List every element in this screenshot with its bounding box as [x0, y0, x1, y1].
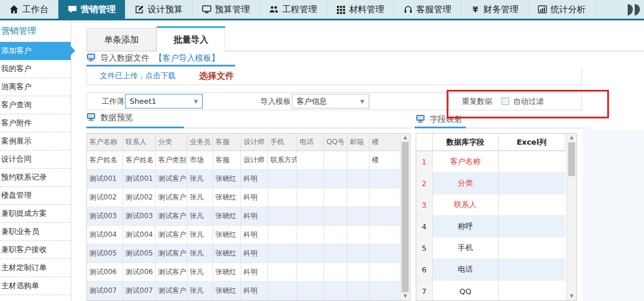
chat-icon [68, 5, 77, 14]
sidebar-item-7[interactable]: 设计合同 [0, 150, 71, 169]
sidebar-item-12[interactable]: 兼职客户接收 [0, 241, 71, 259]
sidebar-item-14[interactable]: 主材选购单 [0, 277, 71, 295]
sidebar-item-2[interactable]: 我的客户 [0, 60, 71, 78]
sidebar-item-11[interactable]: 兼职业务员 [0, 223, 71, 241]
mapping-excel-cell[interactable] [499, 173, 565, 194]
preview-header-cell: 手机 [268, 134, 297, 151]
sidebar-item-13[interactable]: 主材定制订单 [0, 259, 71, 277]
preview-cell [347, 170, 370, 188]
nav-item-9[interactable]: 统计分析 [528, 0, 596, 19]
nav-item-3[interactable]: 设计预算 [126, 0, 193, 19]
sidebar-item-10[interactable]: 兼职提成方案 [0, 205, 71, 223]
scroll-up-icon[interactable]: ▲ [401, 134, 410, 142]
preview-table-body: 客户名称联系人分类业务员客服设计师手机电话QQ号邮箱楼客户姓名客户姓名客户类别市… [87, 134, 410, 300]
preview-cell [297, 188, 324, 207]
nav-item-6[interactable]: 材料管理 [327, 0, 394, 19]
sidebar-item-3[interactable]: 游离客户 [0, 78, 71, 96]
sidebar-item-8[interactable]: 预约联系记录 [0, 169, 71, 187]
nav-item-7[interactable]: 客服管理 [394, 0, 461, 19]
preview-cell: 联系方式 [268, 151, 297, 170]
yen-icon: ¥ [471, 5, 480, 14]
preview-cell [268, 188, 297, 207]
preview-cell: 张晓红 [213, 263, 241, 282]
spacer-cell [370, 93, 449, 110]
preview-cell: 测试客户 [156, 170, 187, 188]
preview-header-cell: 业务员 [187, 134, 213, 151]
preview-cell [370, 263, 401, 282]
data-preview-section-header: 数据预览 [86, 113, 133, 123]
nav-item-label: 工作台 [22, 4, 48, 15]
mapping-excel-cell[interactable] [499, 151, 565, 173]
sidebar-menu: 添加客户我的客户游离客户客户查询客户附件案例展示设计合同预约联系记录楼盘管理兼职… [0, 42, 71, 295]
scroll-down-icon[interactable]: ▼ [567, 292, 576, 300]
preview-scrollbar[interactable]: ▲ ▼ [400, 134, 410, 300]
preview-cell [370, 244, 401, 263]
mapping-db-field: 手机 [433, 237, 499, 259]
scroll-up-icon[interactable]: ▲ [567, 134, 576, 142]
mapping-excel-cell[interactable] [499, 237, 565, 259]
choose-file-button[interactable]: 选择文件 [199, 71, 234, 82]
mapping-row-6: 6电话 [416, 259, 576, 281]
scrollbar-thumb[interactable] [568, 142, 575, 176]
preview-cell [297, 263, 324, 282]
mapping-excel-cell[interactable] [499, 194, 565, 216]
mapping-excel-cell[interactable] [499, 216, 565, 237]
scrollbar-thumb[interactable] [402, 142, 409, 292]
preview-data-row: 测试006测试006测试客户张凡张晓红科明 [87, 263, 410, 282]
scroll-down-icon[interactable]: ▼ [401, 292, 410, 300]
sidebar-item-9[interactable]: 楼盘管理 [0, 187, 71, 205]
preview-cell: 张晓红 [213, 188, 241, 207]
sidebar-item-4[interactable]: 客户查询 [0, 96, 71, 114]
file-upload-row: 文件已上传，点击下载 选择文件 [86, 67, 582, 85]
computer-icon [416, 115, 425, 125]
mapping-excel-cell[interactable] [499, 281, 565, 301]
mapping-row-number: 5 [416, 237, 433, 259]
nav-item-8[interactable]: ¥财务管理 [461, 0, 528, 19]
sidebar-item-5[interactable]: 客户附件 [0, 114, 71, 132]
preview-cell: 张凡 [187, 170, 213, 188]
sidebar-item-6[interactable]: 案例展示 [0, 132, 71, 150]
preview-cell [324, 226, 347, 244]
nav-item-label: 财务管理 [483, 4, 518, 15]
template-select[interactable]: 客户信息 ▼ [292, 94, 369, 108]
preview-cell: 张晓红 [213, 226, 241, 244]
preview-data-row: 测试002测试002测试客户张凡张晓红科明 [87, 188, 410, 207]
nav-item-5[interactable]: 工程管理 [260, 0, 327, 19]
file-uploaded-download-link[interactable]: 文件已上传，点击下载 [100, 71, 176, 81]
autofilter-checkbox[interactable] [502, 97, 509, 105]
workbook-cell: 工作薄 Sheet1 ▼ [87, 93, 203, 110]
preview-cell [297, 170, 324, 188]
mapping-row-number: 1 [416, 151, 433, 173]
app-window: 工作台营销管理设计预算预算管理工程管理材料管理客服管理¥财务管理统计分析 营销管… [0, 0, 644, 301]
mapping-row-2: 2分类 [416, 173, 576, 194]
preview-cell [297, 282, 324, 300]
workbook-select[interactable]: Sheet1 ▼ [125, 94, 203, 108]
duplicate-filter-cell: 重复数据 自动过滤 [449, 93, 582, 110]
partial-nav-icon[interactable] [617, 0, 644, 19]
preview-cell: 测试客户 [156, 188, 187, 207]
mapping-row-number: 4 [416, 216, 433, 237]
preview-cell: 张晓红 [213, 244, 241, 263]
mapping-scrollbar[interactable]: ▲ ▼ [566, 134, 576, 300]
mapping-row-7: 7QQ [416, 281, 576, 301]
monitor-icon [202, 5, 211, 14]
sidebar-item-1[interactable]: 添加客户 [0, 42, 71, 60]
mapping-db-field: 分类 [433, 173, 499, 194]
nav-item-label: 设计预算 [148, 4, 183, 15]
mapping-row-number: 3 [416, 194, 433, 216]
preview-cell [297, 151, 324, 170]
tab-batch-import[interactable]: 批量导入 [156, 26, 225, 51]
preview-cell: 楼 [370, 151, 401, 170]
mapping-excel-cell[interactable] [499, 259, 565, 281]
preview-header-cell: 楼 [370, 134, 401, 151]
nav-item-4[interactable]: 预算管理 [193, 0, 260, 19]
import-options-row: 工作薄 Sheet1 ▼ 导入模板 客户信息 ▼ 重复数据 自动过滤 [86, 92, 582, 110]
tab-single-add[interactable]: 单条添加 [86, 28, 156, 51]
nav-item-2[interactable]: 营销管理 [58, 0, 126, 19]
preview-cell: 测试001 [123, 170, 156, 188]
preview-cell: 科明 [241, 207, 268, 226]
nav-item-1[interactable]: 工作台 [0, 0, 58, 19]
preview-data-row: 测试007测试007测试客户张凡张晓红科明 [87, 282, 410, 300]
customer-import-template-link[interactable]: 【客户导入模板】 [154, 53, 220, 64]
nav-item-label: 预算管理 [215, 4, 250, 15]
